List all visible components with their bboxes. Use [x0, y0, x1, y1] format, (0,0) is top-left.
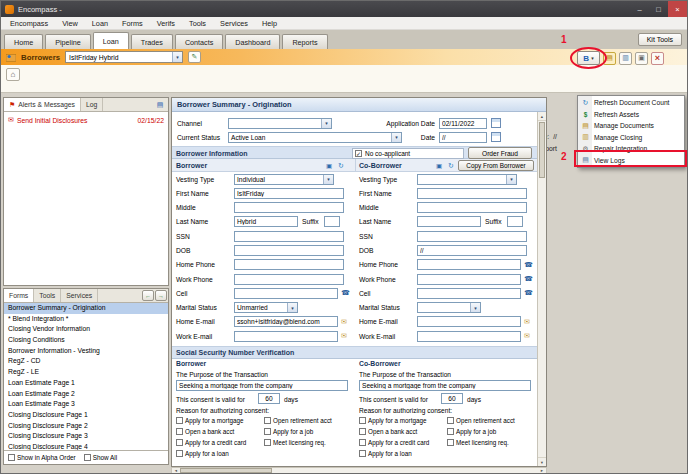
home-email-input[interactable]	[234, 316, 338, 327]
work-email-input[interactable]	[234, 331, 338, 342]
ssn-input[interactable]	[234, 231, 344, 242]
forward-arrow-icon[interactable]: →	[155, 290, 167, 301]
minimize-button[interactable]: –	[630, 1, 649, 17]
menu-view[interactable]: View	[55, 19, 85, 28]
chevron-down-icon[interactable]	[323, 175, 333, 184]
reason-checkbox[interactable]: Open a bank acct	[359, 428, 417, 435]
phone-icon[interactable]	[524, 275, 533, 283]
coborrower-consent-days-input[interactable]	[441, 393, 463, 404]
checkbox-icon[interactable]	[84, 454, 91, 461]
forms-list-item[interactable]: Borrower Information - Vesting	[4, 346, 168, 357]
coborrower-work-email-input[interactable]	[417, 331, 521, 342]
close-button[interactable]: ×	[668, 1, 687, 17]
reason-checkbox[interactable]: Apply for a loan	[359, 450, 412, 457]
forms-list-item[interactable]: RegZ - CD	[4, 356, 168, 367]
reason-checkbox[interactable]: Meet licensing req.	[447, 439, 509, 446]
horizontal-scrollbar[interactable]: ◂ ▸	[171, 467, 547, 474]
menu-loan[interactable]: Loan	[85, 19, 115, 28]
refresh-icon[interactable]	[336, 161, 346, 170]
menu-item-manage-documents[interactable]: Manage Documents	[579, 120, 683, 132]
checkbox-icon[interactable]	[264, 428, 271, 435]
coborrower-purpose-input[interactable]	[359, 380, 531, 391]
coborrower-work-phone-input[interactable]	[417, 274, 521, 285]
forms-list-item[interactable]: Loan Estimate Page 1	[4, 378, 168, 389]
menu-help[interactable]: Help	[255, 19, 284, 28]
chevron-down-icon[interactable]	[287, 303, 297, 312]
tab-trades[interactable]: Trades	[131, 34, 173, 49]
date-input[interactable]	[439, 132, 487, 143]
edit-borrowers-button[interactable]	[188, 51, 201, 63]
menu-forms[interactable]: Forms	[115, 19, 150, 28]
forms-list-item[interactable]: Closing Disclosure Page 4	[4, 442, 168, 450]
checkbox-icon[interactable]	[176, 417, 183, 424]
coborrower-marital-status-select[interactable]	[417, 302, 481, 313]
purpose-input[interactable]	[176, 380, 348, 391]
scroll-down-icon[interactable]: ▾	[538, 457, 546, 466]
scroll-right-icon[interactable]: ▸	[538, 468, 546, 473]
scrollbar-thumb[interactable]	[539, 122, 545, 178]
coborrower-home-phone-input[interactable]	[417, 259, 521, 270]
people-icon[interactable]	[324, 161, 334, 170]
reason-checkbox[interactable]: Apply for a credit card	[359, 439, 429, 446]
chevron-down-icon[interactable]	[470, 303, 480, 312]
kit-tools-button[interactable]: Kit Tools	[638, 33, 682, 46]
reason-checkbox[interactable]: Apply for a mortgage	[176, 417, 243, 424]
menu-tools[interactable]: Tools	[182, 19, 213, 28]
people-icon[interactable]	[434, 161, 444, 170]
reason-checkbox[interactable]: Open retirement acct	[264, 417, 332, 424]
close-loan-icon[interactable]	[651, 52, 664, 65]
phone-icon[interactable]	[341, 289, 350, 297]
home-icon[interactable]	[6, 68, 20, 81]
calendar-icon[interactable]	[491, 132, 501, 142]
forms-list-item[interactable]: Closing Disclosure Page 1	[4, 410, 168, 421]
checkbox-icon[interactable]	[8, 454, 15, 461]
menu-item-manage-closing[interactable]: Manage Closing	[579, 132, 683, 144]
checkbox-icon[interactable]	[359, 417, 366, 424]
checkbox-icon[interactable]	[359, 450, 366, 457]
no-coapplicant-checkbox[interactable]: No co-applicant	[352, 148, 464, 159]
checkbox-checked-icon[interactable]	[355, 150, 362, 157]
tab-tools[interactable]: Tools	[34, 289, 61, 302]
menu-verifs[interactable]: Verifs	[150, 19, 182, 28]
phone-icon[interactable]	[524, 261, 533, 269]
coborrower-dob-input[interactable]	[417, 245, 527, 256]
forms-list-item[interactable]: Closing Conditions	[4, 335, 168, 346]
checkbox-icon[interactable]	[176, 428, 183, 435]
tab-log[interactable]: Log	[81, 98, 103, 111]
vesting-type-select[interactable]: Individual	[234, 174, 334, 185]
vertical-scrollbar[interactable]: ▴ ▾	[537, 112, 546, 466]
tab-loan[interactable]: Loan	[93, 32, 129, 49]
checkbox-icon[interactable]	[176, 439, 183, 446]
marital-status-select[interactable]: Unmarried	[234, 302, 298, 313]
scroll-up-icon[interactable]: ▴	[538, 112, 546, 121]
show-alpha-checkbox[interactable]: Show in Alpha Order	[8, 454, 76, 461]
checkbox-icon[interactable]	[264, 439, 271, 446]
reason-checkbox[interactable]: Apply for a job	[447, 428, 496, 435]
coborrower-middle-input[interactable]	[417, 202, 527, 213]
middle-input[interactable]	[234, 202, 344, 213]
mail-icon[interactable]	[341, 332, 347, 340]
menu-encompass[interactable]: Encompass	[3, 19, 55, 28]
checkbox-icon[interactable]	[359, 428, 366, 435]
application-date-input[interactable]	[439, 118, 487, 129]
forms-list-item[interactable]: Borrower Summary - Origination	[4, 303, 168, 314]
coborrower-cell-input[interactable]	[417, 288, 521, 299]
show-all-checkbox[interactable]: Show All	[84, 454, 118, 461]
mail-icon[interactable]	[341, 318, 347, 326]
checkbox-icon[interactable]	[447, 417, 454, 424]
scroll-left-icon[interactable]: ◂	[172, 468, 180, 473]
chevron-down-icon[interactable]	[321, 119, 331, 128]
checkbox-icon[interactable]	[264, 417, 271, 424]
reason-checkbox[interactable]: Apply for a credit card	[176, 439, 246, 446]
refresh-icon[interactable]	[446, 161, 456, 170]
coborrower-vesting-type-select[interactable]	[417, 174, 517, 185]
maximize-button[interactable]: □	[649, 1, 668, 17]
reason-checkbox[interactable]: Open a bank acct	[176, 428, 234, 435]
alert-list-item[interactable]: Send Initial Disclosures 02/15/22	[4, 112, 168, 124]
menu-services[interactable]: Services	[213, 19, 255, 28]
reason-checkbox[interactable]: Apply for a job	[264, 428, 313, 435]
menu-item-refresh-assets[interactable]: Refresh Assets	[579, 109, 683, 121]
scrollbar-thumb[interactable]	[180, 468, 272, 473]
menu-item-refresh-document-count[interactable]: Refresh Document Count	[579, 97, 683, 109]
forms-list-item[interactable]: Loan Estimate Page 2	[4, 389, 168, 400]
